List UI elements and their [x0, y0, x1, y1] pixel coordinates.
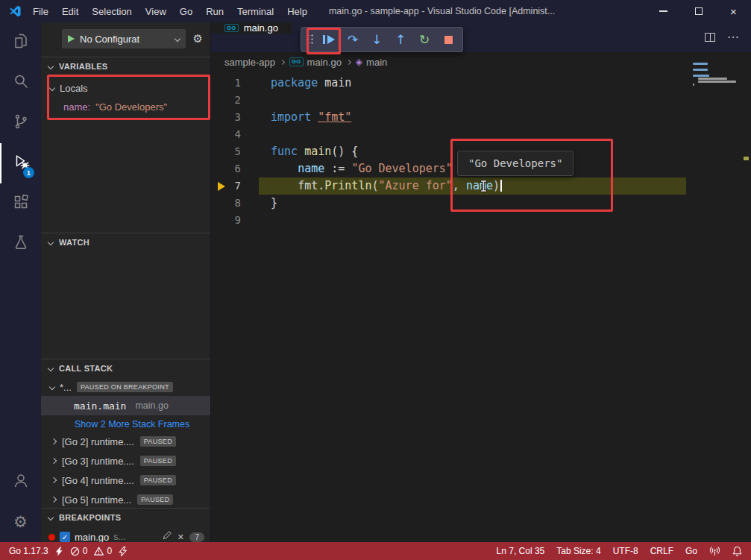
debug-config-dropdown[interactable]: No Configurat [62, 29, 186, 48]
cursor-position-status[interactable]: Ln 7, Col 35 [497, 546, 545, 556]
indentation-status[interactable]: Tab Size: 4 [556, 546, 600, 556]
code-line-1[interactable]: 1package main [211, 75, 751, 92]
continue-button[interactable] [318, 29, 340, 50]
activity-item-extensions[interactable] [0, 183, 41, 224]
activity-item-testing[interactable] [0, 224, 41, 264]
line-number[interactable]: 2 [211, 92, 260, 109]
activity-item-source-control[interactable] [0, 103, 41, 143]
code-text[interactable]: import "fmt" [260, 109, 351, 126]
line-number[interactable]: 3 [211, 109, 260, 126]
code-line-9[interactable]: 9 [211, 212, 751, 229]
tab-main.go[interactable]: GOmain.go [211, 22, 292, 34]
breadcrumb-main.go[interactable]: GOmain.go [289, 57, 342, 68]
status-bar-right: Ln 7, Col 35Tab Size: 4UTF-8CRLFGo [497, 546, 742, 556]
menu-help[interactable]: Help [280, 0, 314, 22]
warnings-status[interactable]: 0 [94, 546, 112, 556]
breadcrumb-main[interactable]: ◈main [356, 57, 387, 68]
variables-section-header[interactable]: VARIABLES [41, 57, 210, 75]
activity-item-explorer[interactable] [0, 22, 41, 63]
errors-status[interactable]: 0 [70, 546, 88, 556]
activity-item-run-debug[interactable]: 1 [0, 143, 41, 183]
debug-gear-icon[interactable]: ⚙ [193, 32, 203, 45]
show-more-stack-frames-link[interactable]: Show 2 More Stack Frames [41, 415, 210, 433]
code-text[interactable] [260, 212, 271, 229]
debug-session-row[interactable]: *... PAUSED ON BREAKPOINT [41, 378, 210, 396]
code-text[interactable]: } [260, 195, 277, 212]
restart-button[interactable]: ↻ [413, 29, 436, 50]
code-text[interactable]: name := "Go Developers" [260, 160, 453, 177]
menu-run[interactable]: Run [199, 0, 230, 22]
step-into-button[interactable]: ↓ [365, 29, 388, 50]
breakpoint-checkbox[interactable]: ✓ [60, 532, 70, 542]
thread-row[interactable]: [Go 2] runtime....PAUSED [41, 432, 210, 451]
eol-status[interactable]: CRLF [650, 546, 673, 556]
breadcrumb-sample-app[interactable]: sample-app [224, 57, 275, 68]
code-text[interactable]: fmt.Println("Azure for", name) [260, 177, 502, 195]
code-line-3[interactable]: 3import "fmt" [211, 109, 751, 126]
line-number[interactable]: 6 [211, 160, 260, 177]
step-into-icon: ↓ [371, 34, 382, 46]
breadcrumb-label: main.go [307, 57, 342, 68]
remote-indicator[interactable] [709, 546, 720, 556]
go-version-status[interactable]: Go 1.17.3 [9, 546, 48, 556]
thread-row[interactable]: [Go 4] runtime....PAUSED [41, 471, 210, 490]
code-text[interactable] [260, 92, 271, 109]
debug-status[interactable] [119, 547, 128, 556]
more-actions-icon[interactable]: ⋯ [727, 31, 739, 43]
activity-item-search[interactable] [0, 63, 41, 103]
menu-terminal[interactable]: Terminal [230, 0, 280, 22]
bell-icon [732, 546, 742, 556]
vscode-logo-icon [8, 4, 22, 18]
menu-view[interactable]: View [139, 0, 173, 22]
menu-selection[interactable]: Selection [85, 0, 138, 22]
locals-scope-row[interactable]: Locals [41, 79, 210, 97]
call-stack-section-header[interactable]: CALL STACK [41, 359, 210, 377]
variables-title: VARIABLES [59, 62, 107, 71]
code-text[interactable]: func main() { [260, 143, 358, 160]
step-out-button[interactable]: ↑ [389, 29, 412, 50]
thread-row[interactable]: [Go 3] runtime....PAUSED [41, 451, 210, 471]
close-button[interactable]: × [716, 0, 751, 22]
maximize-button[interactable] [681, 0, 716, 22]
notifications-bell[interactable] [732, 546, 742, 556]
step-over-button[interactable]: ↷ [342, 29, 364, 50]
thread-row[interactable]: [Go 5] runtime...PAUSED [41, 490, 210, 508]
edit-breakpoint-pencil-icon[interactable] [162, 531, 172, 542]
thread-label: [Go 5] runtime... [62, 494, 131, 506]
minimize-button[interactable] [646, 0, 681, 22]
chevron-down-icon [48, 514, 54, 520]
minimap-line [693, 69, 708, 71]
encoding-status[interactable]: UTF-8 [613, 546, 638, 556]
code-line-2[interactable]: 2 [211, 92, 751, 109]
breakpoint-row[interactable]: ✓ main.go s... × 7 [41, 527, 210, 542]
code-line-8[interactable]: 8} [211, 195, 751, 212]
split-editor-icon[interactable] [705, 33, 715, 42]
remote-icon [709, 546, 720, 556]
menu-edit[interactable]: Edit [55, 0, 85, 22]
gopls-status[interactable] [55, 547, 63, 556]
line-number[interactable]: 8 [211, 195, 260, 212]
line-number[interactable]: 4 [211, 126, 260, 143]
toolbar-drag-handle[interactable] [307, 34, 314, 45]
chevron-right-icon [51, 477, 57, 483]
activity-bar-spacer [0, 264, 41, 462]
breakpoints-section-header[interactable]: BREAKPOINTS [41, 508, 210, 526]
line-number[interactable]: 5 [211, 143, 260, 160]
watch-section-header[interactable]: WATCH [41, 233, 210, 251]
stack-frame-row[interactable]: main.main main.go [41, 396, 210, 415]
minimap[interactable] [693, 63, 739, 89]
code-text[interactable] [260, 126, 271, 143]
line-number[interactable]: 1 [211, 75, 260, 92]
activity-item-settings[interactable]: ⚙ [0, 502, 41, 542]
variable-row[interactable]: name: "Go Developers" [41, 98, 210, 116]
menu-file[interactable]: File [26, 0, 55, 22]
remove-breakpoint-icon[interactable]: × [177, 532, 183, 542]
menu-go[interactable]: Go [173, 0, 199, 22]
code-line-4[interactable]: 4 [211, 126, 751, 143]
activity-item-accounts[interactable] [0, 462, 41, 502]
code-text[interactable]: package main [260, 75, 351, 92]
line-number[interactable]: 9 [211, 212, 260, 229]
stop-button[interactable] [437, 29, 459, 50]
language-mode-status[interactable]: Go [685, 546, 697, 556]
breadcrumb-separator-icon [346, 59, 351, 64]
